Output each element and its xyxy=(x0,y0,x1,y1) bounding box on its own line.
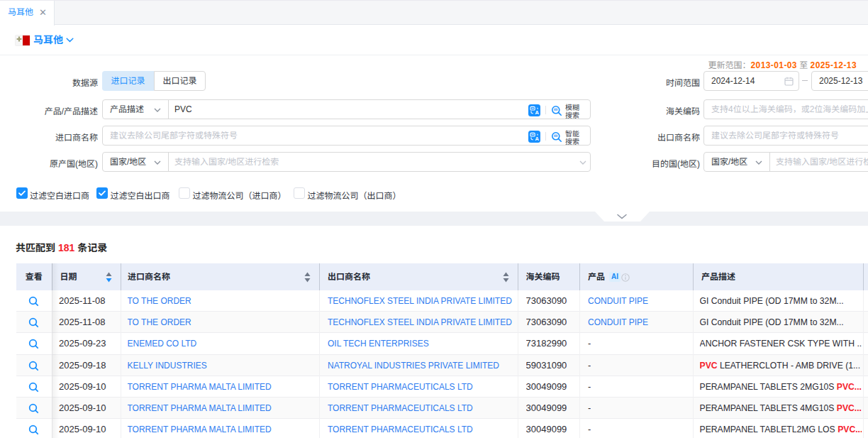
svg-text:A: A xyxy=(535,136,539,142)
svg-text:A: A xyxy=(535,109,539,116)
